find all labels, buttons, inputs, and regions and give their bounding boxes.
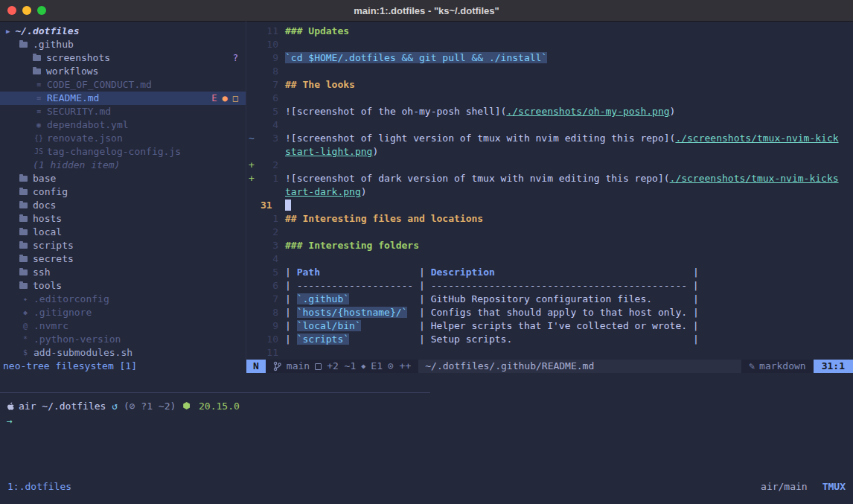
tree-item[interactable]: secrets [0, 252, 246, 266]
titlebar[interactable]: main:1:.dotfiles - "ks~/.dotfiles" [0, 0, 853, 22]
editor-line[interactable]: 9| `local/bin` | Helper scripts that I'v… [246, 319, 853, 333]
gutter-sign [246, 226, 261, 239]
gutter-sign [246, 319, 261, 333]
git-branch-icon [273, 361, 281, 371]
tree-item[interactable]: screenshots? [0, 51, 246, 65]
editor-line[interactable]: 11 [246, 346, 853, 360]
tree-item[interactable]: ▶~/.dotfiles [0, 25, 246, 38]
editor-line[interactable]: 5![screenshot of the oh-my-posh shell](.… [246, 105, 853, 118]
tree-item[interactable]: ssh [0, 266, 246, 279]
gutter-sign [246, 38, 261, 51]
line-number: 2 [261, 226, 278, 239]
text-segment: | [285, 293, 297, 304]
editor-line[interactable]: 9`cd $HOME/.dotfiles && git pull && ./in… [246, 51, 853, 65]
editor-line[interactable]: 6| -------------------- | --------------… [246, 279, 853, 293]
tree-item[interactable]: (1 hidden item) [0, 159, 246, 172]
text-segment: | [285, 334, 297, 345]
tmux-label: TMUX [822, 479, 846, 494]
tree-item[interactable]: {}renovate.json [0, 132, 246, 145]
tmux-pane-divider[interactable] [0, 392, 430, 393]
statusline-extra: ⊙ ++ [388, 360, 411, 373]
editor-line[interactable]: 11### Updates [246, 25, 853, 38]
tree-item-label: secrets [33, 252, 74, 266]
editor-buffer[interactable]: 11### Updates 10 9`cd $HOME/.dotfiles &&… [246, 21, 853, 360]
gutter-sign: + [246, 159, 261, 172]
line-number: 7 [261, 293, 278, 306]
gutter-sign [246, 293, 261, 306]
prompt-segment: air [19, 401, 42, 412]
tree-item-label: hosts [33, 212, 62, 226]
tree-item[interactable]: config [0, 185, 246, 199]
file-icon-js: JS [33, 145, 45, 159]
tree-item[interactable]: local [0, 226, 246, 239]
folder-icon [33, 68, 41, 74]
prompt-segment: ↺ [112, 401, 124, 412]
mode-indicator: N [246, 360, 266, 373]
tree-item[interactable]: ◉dependabot.yml [0, 118, 246, 132]
editor-line[interactable]: 1## Interesting files and locations [246, 212, 853, 226]
gutter-sign [246, 78, 261, 92]
editor-line[interactable]: 2 [246, 226, 853, 239]
tree-item[interactable]: ≡SECURITY.md [0, 105, 246, 118]
editor-line[interactable]: 7| `.github` | GitHub Repository configu… [246, 293, 853, 306]
text-segment: Description [431, 267, 495, 278]
editor-line[interactable]: ~3![screenshot of light version of tmux … [246, 132, 853, 145]
file-icon-md: ≡ [33, 78, 45, 92]
tree-item[interactable]: ✦.editorconfig [0, 293, 246, 306]
tree-item[interactable]: scripts [0, 239, 246, 252]
editor-line[interactable]: 5| Path | Description | [246, 266, 853, 279]
tree-item[interactable]: workflows [0, 65, 246, 78]
tree-item[interactable]: *.python-version [0, 333, 246, 346]
close-button[interactable] [7, 6, 16, 15]
minimize-button[interactable] [22, 6, 31, 15]
text-segment: `hosts/{hostname}/` [297, 307, 408, 318]
tree-item-label: .gitignore [33, 306, 92, 319]
zoom-button[interactable] [37, 6, 46, 15]
text-segment: `cd $HOME/.dotfiles && git pull && ./ins… [285, 52, 547, 63]
editor-line[interactable]: 8| `hosts/{hostname}/` | Configs that sh… [246, 306, 853, 319]
editor-line[interactable]: +1![screenshot of dark version of tmux w… [246, 172, 853, 185]
line-number: 8 [261, 306, 278, 319]
file-icon-json: {} [33, 132, 45, 145]
editor-line[interactable]: 10| `scripts` | Setup scripts. | [246, 333, 853, 346]
tree-item[interactable]: ≡README.mdE●□ [0, 92, 246, 105]
tree-item[interactable]: ◆.gitignore [0, 306, 246, 319]
tree-item[interactable]: .github [0, 38, 246, 51]
tree-item[interactable]: docs [0, 199, 246, 212]
pencil-icon: ✎ [749, 360, 755, 373]
editor-line[interactable]: tart-dark.png) [246, 185, 853, 199]
tree-item-label: .python-version [33, 333, 121, 346]
tmux-window-name[interactable]: 1:.dotfiles [7, 479, 71, 494]
prompt-arrow[interactable]: → [7, 415, 13, 428]
editor-line[interactable]: 4 [246, 118, 853, 132]
editor-line[interactable]: 6 [246, 92, 853, 105]
text-segment: ) [372, 146, 378, 157]
folder-icon [19, 189, 28, 195]
text-segment: ![screenshot of the oh-my-posh shell]( [285, 106, 506, 117]
tree-item[interactable]: $add-submodules.sh [0, 346, 246, 360]
editor-line[interactable]: 4 [246, 252, 853, 266]
editor-line[interactable]: start-light.png) [246, 145, 853, 159]
prompt-segment: (⊘ ?1 ~2) [124, 401, 182, 412]
tree-item-label: local [33, 226, 62, 239]
gutter-sign: + [246, 172, 261, 185]
filetype-section: ✎ markdown [741, 360, 813, 373]
tree-item[interactable]: JStag-changelog-config.js [0, 145, 246, 159]
tree-item[interactable]: hosts [0, 212, 246, 226]
editor-line[interactable]: +2 [246, 159, 853, 172]
line-number: 2 [261, 159, 278, 172]
text-segment: ### Updates [285, 25, 349, 36]
editor-line[interactable]: 3### Interesting folders [246, 239, 853, 252]
tree-item-label: dependabot.yml [47, 118, 129, 132]
gutter-sign [246, 51, 261, 65]
tree-item[interactable]: @.nvmrc [0, 319, 246, 333]
tree-item[interactable]: base [0, 172, 246, 185]
tree-item[interactable]: ≡CODE_OF_CONDUCT.md [0, 78, 246, 92]
editor-line[interactable]: 7## The looks [246, 78, 853, 92]
git-untracked-badge: ? [233, 51, 238, 65]
editor-line[interactable]: 8 [246, 65, 853, 78]
gutter-sign [246, 306, 261, 319]
editor-line[interactable]: 10 [246, 38, 853, 51]
editor-line[interactable]: 31 [246, 199, 853, 212]
tree-item[interactable]: tools [0, 279, 246, 293]
